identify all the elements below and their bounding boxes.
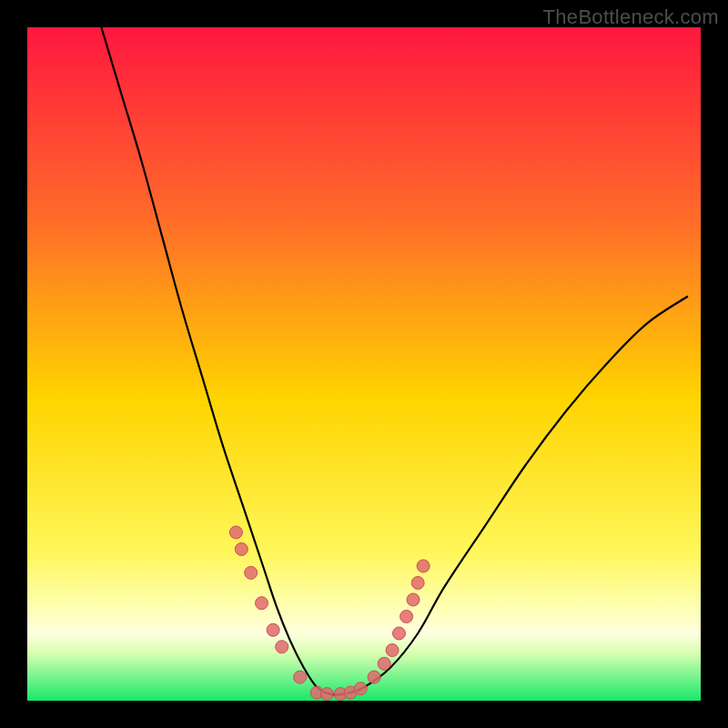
gradient-background [27,27,701,701]
curve-marker [368,671,380,683]
curve-marker [407,593,420,606]
curve-marker [417,560,430,572]
curve-marker [229,526,242,539]
curve-marker [320,688,333,701]
curve-marker [411,577,424,590]
curve-marker [392,627,405,640]
curve-marker [245,566,258,579]
curve-marker [378,657,390,670]
curve-marker [400,611,413,623]
curve-marker [235,543,248,556]
curve-marker [267,623,279,636]
curve-marker [256,597,268,610]
curve-marker [386,644,399,657]
curve-marker [354,682,367,695]
watermark-text: TheBottleneck.com [543,5,719,29]
curve-marker [294,671,307,683]
bottleneck-chart [27,27,701,701]
chart-frame [27,27,701,701]
curve-marker [276,641,288,653]
